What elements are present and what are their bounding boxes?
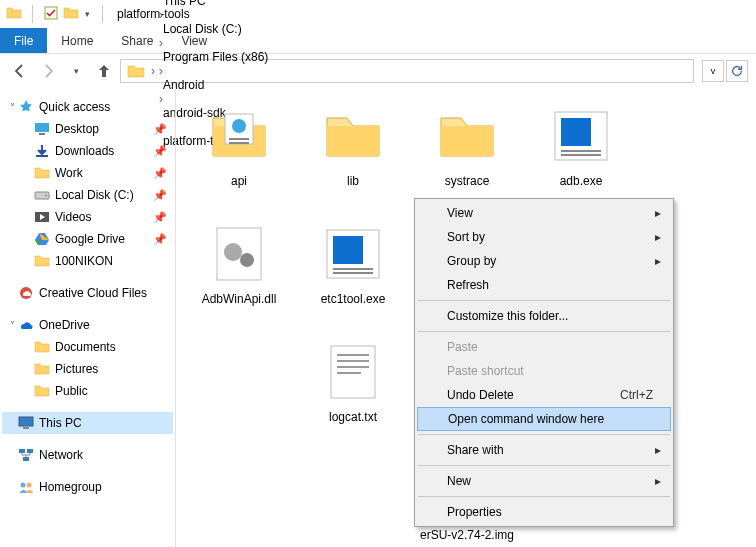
menu-item-properties[interactable]: Properties <box>417 500 671 524</box>
file-thumb <box>207 222 271 286</box>
homegroup-icon <box>18 479 34 495</box>
menu-separator <box>418 496 670 497</box>
svg-rect-17 <box>229 138 249 140</box>
file-item[interactable]: logcat.txt <box>296 334 410 452</box>
menu-item-label: Undo Delete <box>447 388 514 402</box>
context-menu: View▸Sort by▸Group by▸RefreshCustomize t… <box>414 198 674 527</box>
file-thumb <box>549 104 613 168</box>
file-list[interactable]: apilibsystraceadb.exeAdbWinApi.dlletc1to… <box>176 88 756 547</box>
breadcrumb-segment[interactable]: Program Files (x86) <box>157 50 274 64</box>
title-bar: ▾ platform-tools <box>0 0 756 28</box>
up-button[interactable] <box>92 59 116 83</box>
menu-item-undo-delete[interactable]: Undo DeleteCtrl+Z <box>417 383 671 407</box>
tree-item-onedrive[interactable]: ˅OneDrive <box>2 314 173 336</box>
forward-button[interactable] <box>36 59 60 83</box>
tree-item-videos[interactable]: Videos📌 <box>2 206 173 228</box>
tree-item-pictures[interactable]: Pictures <box>2 358 173 380</box>
back-button[interactable] <box>8 59 32 83</box>
tree-item-downloads[interactable]: Downloads📌 <box>2 140 173 162</box>
svg-rect-1 <box>35 123 49 132</box>
chevron-right-icon[interactable]: › <box>149 64 157 78</box>
menu-item-view[interactable]: View▸ <box>417 201 671 225</box>
folder-icon <box>34 361 50 377</box>
chevron-right-icon[interactable]: › <box>157 64 165 78</box>
tree-item-100nikon[interactable]: 100NIKON <box>2 250 173 272</box>
folder-small-icon[interactable] <box>63 5 79 24</box>
menu-item-label: Paste shortcut <box>447 364 524 378</box>
breadcrumb-segment[interactable]: Local Disk (C:) <box>157 22 274 36</box>
quick-access-toolbar: ▾ <box>6 5 109 24</box>
tree-item-this-pc[interactable]: This PC <box>2 412 173 434</box>
navigation-bar: ▾ › This PC›Local Disk (C:)›Program File… <box>0 54 756 88</box>
menu-separator <box>418 434 670 435</box>
tree-item-quick-access[interactable]: ˅Quick access <box>2 96 173 118</box>
pin-icon: 📌 <box>153 189 167 202</box>
chevron-right-icon: ▸ <box>655 254 661 268</box>
menu-item-customize-this-folder-[interactable]: Customize this folder... <box>417 304 671 328</box>
chevron-right-icon: ▸ <box>655 206 661 220</box>
file-item[interactable]: etc1tool.exe <box>296 216 410 334</box>
separator <box>32 5 33 23</box>
file-item[interactable]: lib <box>296 98 410 216</box>
menu-item-open-command-window-here[interactable]: Open command window here <box>417 407 671 431</box>
folder-icon <box>6 5 22 24</box>
tab-home[interactable]: Home <box>47 28 107 53</box>
svg-point-13 <box>21 483 26 488</box>
refresh-button[interactable] <box>726 60 748 82</box>
tree-item-desktop[interactable]: Desktop📌 <box>2 118 173 140</box>
tree-item-label: 100NIKON <box>55 254 113 268</box>
recent-locations-button[interactable]: ▾ <box>64 59 88 83</box>
file-thumb <box>321 222 385 286</box>
breadcrumb-segment[interactable]: This PC <box>157 0 274 8</box>
file-name: api <box>231 174 247 188</box>
svg-point-14 <box>27 483 32 488</box>
menu-item-label: Paste <box>447 340 478 354</box>
gdrive-icon <box>34 231 50 247</box>
tree-item-public[interactable]: Public <box>2 380 173 402</box>
svg-rect-3 <box>36 155 48 157</box>
menu-item-share-with[interactable]: Share with▸ <box>417 438 671 462</box>
svg-rect-8 <box>19 417 33 426</box>
file-item[interactable]: api <box>182 98 296 216</box>
separator <box>102 5 103 23</box>
menu-item-sort-by[interactable]: Sort by▸ <box>417 225 671 249</box>
menu-item-group-by[interactable]: Group by▸ <box>417 249 671 273</box>
chevron-right-icon: ▸ <box>655 474 661 488</box>
navigation-tree: ˅Quick accessDesktop📌Downloads📌Work📌Loca… <box>0 88 176 547</box>
tree-item-label: Downloads <box>55 144 114 158</box>
svg-rect-10 <box>19 449 25 453</box>
pin-icon: 📌 <box>153 211 167 224</box>
address-dropdown-button[interactable]: v <box>702 60 724 82</box>
tree-item-work[interactable]: Work📌 <box>2 162 173 184</box>
chevron-right-icon[interactable]: › <box>157 8 165 22</box>
svg-rect-12 <box>23 457 29 461</box>
properties-icon[interactable] <box>43 5 59 24</box>
tree-item-documents[interactable]: Documents <box>2 336 173 358</box>
file-name: adb.exe <box>560 174 603 188</box>
chevron-right-icon[interactable]: › <box>157 36 165 50</box>
tab-file[interactable]: File <box>0 28 47 53</box>
tree-item-creative-cloud-files[interactable]: Creative Cloud Files <box>2 282 173 304</box>
tree-item-network[interactable]: Network <box>2 444 173 466</box>
menu-item-paste-shortcut: Paste shortcut <box>417 359 671 383</box>
tree-item-label: This PC <box>39 416 82 430</box>
tree-item-local-disk-c-[interactable]: Local Disk (C:)📌 <box>2 184 173 206</box>
qat-dropdown-icon[interactable]: ▾ <box>83 9 92 19</box>
tree-item-google-drive[interactable]: Google Drive📌 <box>2 228 173 250</box>
tree-item-label: OneDrive <box>39 318 90 332</box>
address-bar[interactable]: › This PC›Local Disk (C:)›Program Files … <box>120 59 694 83</box>
menu-item-label: Properties <box>447 505 502 519</box>
menu-item-label: Sort by <box>447 230 485 244</box>
menu-item-paste: Paste <box>417 335 671 359</box>
folder-icon <box>34 253 50 269</box>
file-item[interactable]: AdbWinApi.dll <box>182 216 296 334</box>
videos-icon <box>34 209 50 225</box>
menu-shortcut: Ctrl+Z <box>620 388 653 402</box>
tree-item-homegroup[interactable]: Homegroup <box>2 476 173 498</box>
menu-item-refresh[interactable]: Refresh <box>417 273 671 297</box>
tree-item-label: Desktop <box>55 122 99 136</box>
tree-item-label: Quick access <box>39 100 110 114</box>
menu-item-new[interactable]: New▸ <box>417 469 671 493</box>
file-thumb <box>321 104 385 168</box>
svg-point-25 <box>240 253 254 267</box>
